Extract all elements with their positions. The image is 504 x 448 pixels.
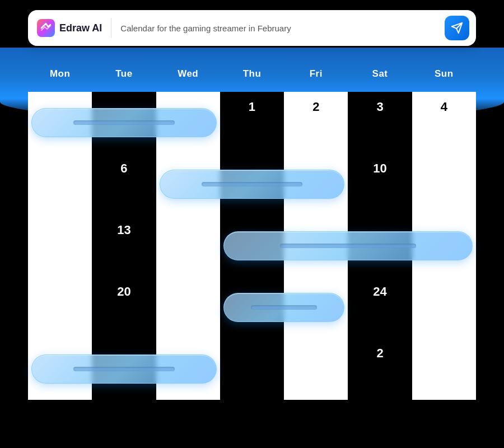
edraw-logo-icon [37, 19, 55, 37]
cell-r5-sun [412, 338, 476, 400]
day-headers: Mon Tue Wed Thu Fri Sat Sun [28, 56, 476, 92]
day-header-wed: Wed [156, 68, 220, 80]
header-bar: Edraw AI Calendar for the gaming streame… [28, 10, 476, 46]
day-header-sat: Sat [348, 68, 412, 80]
cell-r5-fri [284, 338, 348, 400]
cell-r3-sun [412, 215, 476, 277]
cell-r4-sun [412, 277, 476, 338]
cell-r3-wed [156, 215, 220, 277]
cell-r4-tue: 20 [92, 277, 156, 338]
send-icon [451, 22, 463, 34]
cell-r4-wed [156, 277, 220, 338]
calendar-container: Mon Tue Wed Thu Fri Sat Sun 1 2 3 4 [28, 56, 476, 437]
cell-r2-sat: 10 [348, 153, 412, 215]
header-subtitle: Calendar for the gaming streamer in Febr… [120, 24, 445, 33]
cell-r3-thu [220, 215, 284, 277]
cell-r3-fri [284, 215, 348, 277]
cell-r2-mon [28, 153, 92, 215]
day-header-fri: Fri [284, 68, 348, 80]
cell-r1-mon [28, 92, 92, 153]
logo-area: Edraw AI [37, 19, 102, 37]
day-header-tue: Tue [92, 68, 156, 80]
cell-r3-mon [28, 215, 92, 277]
cell-r1-sun: 4 [412, 92, 476, 153]
cell-r1-sat: 3 [348, 92, 412, 153]
cell-r4-thu [220, 277, 284, 338]
logo-text: Edraw AI [59, 22, 102, 34]
header-divider [111, 18, 111, 38]
cell-r5-thu [220, 338, 284, 400]
calendar-body: 1 2 3 4 6 10 13 20 24 [28, 92, 476, 400]
cell-r5-mon [28, 338, 92, 400]
cell-r3-sat [348, 215, 412, 277]
calendar-grid-wrapper: 1 2 3 4 6 10 13 20 24 [28, 92, 476, 400]
cell-r4-sat: 24 [348, 277, 412, 338]
cell-r5-sat: 2 [348, 338, 412, 400]
cell-r2-thu [220, 153, 284, 215]
cell-r1-tue [92, 92, 156, 153]
cell-r3-tue: 13 [92, 215, 156, 277]
cell-r4-fri [284, 277, 348, 338]
day-header-sun: Sun [412, 68, 476, 80]
cell-r5-wed [156, 338, 220, 400]
cell-r1-fri: 2 [284, 92, 348, 153]
cell-r4-mon [28, 277, 92, 338]
day-header-mon: Mon [28, 68, 92, 80]
cell-r2-wed [156, 153, 220, 215]
cell-r1-thu: 1 [220, 92, 284, 153]
cell-r2-sun [412, 153, 476, 215]
cell-r5-tue [92, 338, 156, 400]
send-button[interactable] [445, 16, 469, 40]
cell-r2-tue: 6 [92, 153, 156, 215]
cell-r2-fri [284, 153, 348, 215]
day-header-thu: Thu [220, 68, 284, 80]
cell-r1-wed [156, 92, 220, 153]
